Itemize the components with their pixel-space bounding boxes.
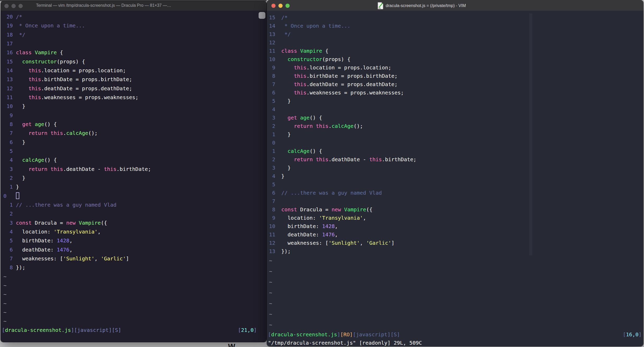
line-number: 0 [3, 192, 13, 200]
code-line: 10 } [1, 102, 266, 111]
code-token: { [57, 49, 63, 56]
line-number: 4 [269, 105, 275, 113]
line-number: 12 [269, 239, 275, 247]
code-token: } [281, 173, 284, 179]
zoom-button-icon[interactable] [285, 4, 290, 8]
line-number: 3 [3, 165, 13, 174]
desktop: { "desktop": { "bg": "#CFCFD1", "top_str… [0, 0, 644, 347]
terminal-vim-editor[interactable]: 20/*19 * Once upon a time...18 */1716cla… [1, 11, 266, 342]
code-token: .birthDate = props.birthDate; [306, 73, 397, 79]
terminal-scrollbar-thumb[interactable] [259, 12, 265, 19]
macvim-editor[interactable]: 15/*14 * Once upon a time...13 */1211cla… [267, 11, 643, 346]
background-partial-glyph: W [228, 342, 235, 347]
line-number: 4 [3, 227, 13, 236]
code-token: weaknesses: [ [16, 255, 63, 262]
code-line: 19 * Once upon a time... [1, 21, 266, 30]
svg-text:JS: JS [378, 7, 381, 9]
code-line: 1 } [267, 130, 643, 139]
code-token [281, 89, 294, 96]
code-line: 12 this.deathDate = props.deathDate; [1, 84, 266, 93]
code-token: deathDate: [281, 231, 322, 238]
code-line: 9 location: 'Transylvania', [267, 214, 643, 222]
code-token: /* [281, 14, 288, 21]
line-number: 13 [269, 30, 275, 38]
code-line: 6// ...there was a guy named Vlad [267, 189, 643, 197]
code-token: (); [354, 123, 363, 129]
line-number: 5 [3, 236, 13, 245]
minimize-button-icon[interactable] [278, 4, 283, 8]
code-line: 13}); [267, 247, 643, 255]
code-token: get [288, 115, 297, 121]
code-line: 8const Dracula = new Vampire({ [267, 205, 643, 214]
code-token: .deathDate = props.deathDate; [41, 85, 132, 92]
code-line: 5 birthDate: 1428, [1, 236, 266, 245]
line-number: 4 [3, 155, 13, 164]
code-token: 1476 [322, 231, 335, 238]
code-token: location: [281, 215, 319, 221]
code-token [32, 49, 35, 56]
vim-ruler: [21,0] [238, 326, 257, 334]
code-line: 4 location: 'Transylvania', [1, 227, 266, 236]
code-token: 1428 [57, 237, 69, 244]
vim-cmdline: "/tmp/dracula-screenshot.js" [readonly] … [267, 339, 643, 346]
code-token: [javascript][S] [353, 331, 400, 338]
code-line: 15 constructor(props) { [1, 57, 266, 66]
zoom-button-icon[interactable] [19, 4, 23, 8]
code-token: // ...there was a guy named Vlad [281, 190, 382, 196]
line-number: 4 [269, 172, 275, 180]
macvim-titlebar[interactable]: JS dracula-screenshot.js = (/private/tmp… [267, 0, 643, 11]
tilde-line: ~ [267, 277, 643, 288]
code-token: [ [268, 331, 271, 338]
line-number: 7 [3, 254, 13, 263]
code-token: age [35, 121, 44, 127]
code-line: 5 } [267, 97, 643, 105]
line-number: 6 [3, 138, 13, 147]
code-token: 'Sunlight' [63, 255, 94, 262]
close-button-icon[interactable] [271, 4, 276, 8]
line-number: 3 [269, 113, 275, 122]
tilde-line: ~ [267, 255, 643, 266]
code-token: calcAge [288, 148, 309, 154]
code-token [16, 76, 28, 82]
code-token: . [63, 130, 66, 136]
minimize-button-icon[interactable] [11, 4, 16, 8]
tilde-line: ~ [267, 320, 643, 330]
code-token: .birthDate = props.birthDate; [41, 76, 132, 82]
code-token: 'Garlic' [366, 240, 391, 246]
line-number: 9 [269, 214, 275, 222]
code-line: 12 weaknesses: ['Sunlight', 'Garlic'] [267, 239, 643, 247]
code-line: 4 [267, 105, 643, 113]
code-token: , [335, 231, 338, 238]
line-number: 8 [269, 72, 275, 80]
code-token: this [28, 85, 41, 92]
line-number: 11 [269, 230, 275, 239]
line-number: 11 [3, 93, 13, 102]
code-line: 3const Dracula = new Vampire({ [1, 218, 266, 227]
code-token: }); [16, 264, 25, 271]
code-token: ] [337, 331, 340, 338]
code-line: 4} [267, 172, 643, 180]
tilde-marker: ~ [269, 258, 272, 264]
code-token: .location = props.location; [306, 64, 391, 71]
terminal-titlebar[interactable]: Terminal — vim /tmp/dracula-screenshot.j… [1, 1, 266, 11]
line-number: 5 [3, 147, 13, 155]
code-token: ] [126, 255, 129, 262]
tilde-marker: ~ [3, 291, 7, 297]
code-token [281, 81, 294, 87]
line-number: 6 [269, 88, 275, 97]
code-line: 0 [267, 139, 643, 147]
code-line: 3 } [267, 164, 643, 172]
tilde-line: ~ [1, 290, 266, 299]
code-token [16, 157, 22, 163]
code-token: birthDate: [281, 223, 322, 229]
line-number: 12 [3, 84, 13, 93]
line-number: 6 [269, 189, 275, 197]
code-token: * Once upon a time... [281, 23, 350, 29]
line-number: 14 [269, 22, 275, 30]
code-token: */ [281, 31, 291, 37]
code-token: .deathDate - [329, 156, 369, 163]
code-token: (props) { [57, 58, 85, 65]
line-number: 1 [3, 200, 13, 209]
code-line: 18 */ [1, 30, 266, 39]
close-button-icon[interactable] [4, 4, 9, 8]
